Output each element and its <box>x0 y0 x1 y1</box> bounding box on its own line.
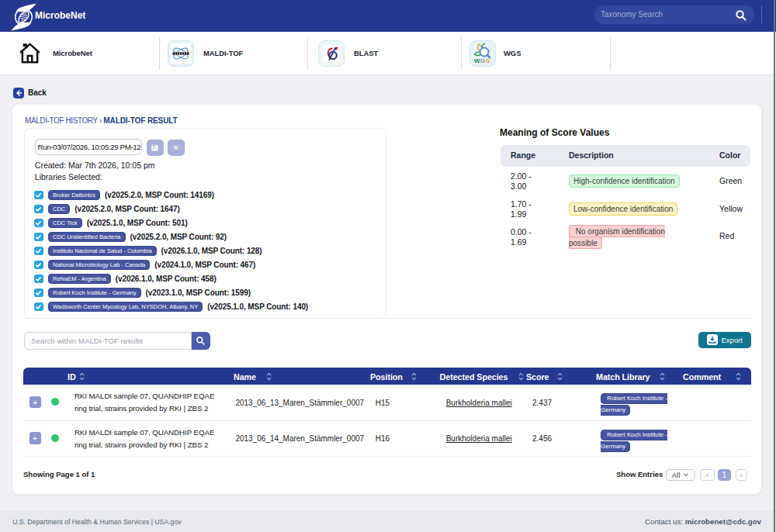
svg-text:W: W <box>474 57 480 64</box>
svg-text:S: S <box>486 57 490 64</box>
svg-text:G: G <box>480 57 485 64</box>
